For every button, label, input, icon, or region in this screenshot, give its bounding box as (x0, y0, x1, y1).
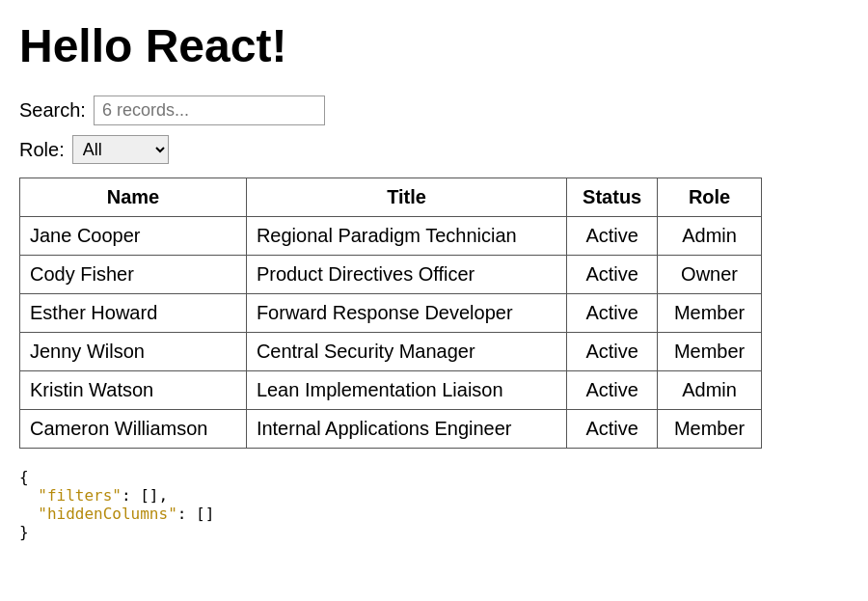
table-cell-status: Active (567, 333, 658, 371)
table-cell-status: Active (567, 294, 658, 333)
search-input[interactable] (94, 96, 325, 125)
users-table: NameTitleStatusRole Jane CooperRegional … (19, 178, 762, 449)
table-row: Cameron WilliamsonInternal Applications … (20, 410, 762, 449)
table-cell-name: Kristin Watson (20, 371, 247, 410)
table-cell-role: Admin (658, 371, 762, 410)
table-cell-role: Member (658, 410, 762, 449)
role-select[interactable]: AllAdminOwnerMember (72, 135, 169, 164)
table-cell-status: Active (567, 217, 658, 256)
table-cell-title: Central Security Manager (246, 333, 566, 371)
table-cell-name: Esther Howard (20, 294, 247, 333)
table-row: Esther HowardForward Response DeveloperA… (20, 294, 762, 333)
table-cell-role: Member (658, 333, 762, 371)
table-cell-role: Owner (658, 256, 762, 294)
table-cell-name: Cameron Williamson (20, 410, 247, 449)
table-cell-status: Active (567, 410, 658, 449)
table-header-status: Status (567, 178, 658, 217)
table-cell-title: Internal Applications Engineer (246, 410, 566, 449)
table-cell-status: Active (567, 371, 658, 410)
table-cell-title: Forward Response Developer (246, 294, 566, 333)
page-title: Hello React! (19, 19, 849, 72)
table-cell-role: Admin (658, 217, 762, 256)
table-cell-name: Cody Fisher (20, 256, 247, 294)
table-cell-status: Active (567, 256, 658, 294)
table-cell-title: Product Directives Officer (246, 256, 566, 294)
role-label: Role: (19, 139, 65, 161)
table-row: Cody FisherProduct Directives OfficerAct… (20, 256, 762, 294)
table-row: Jane CooperRegional Paradigm TechnicianA… (20, 217, 762, 256)
json-display: { "filters": [], "hiddenColumns": [] } (19, 468, 849, 541)
table-cell-role: Member (658, 294, 762, 333)
table-header-role: Role (658, 178, 762, 217)
table-cell-name: Jane Cooper (20, 217, 247, 256)
table-cell-title: Lean Implementation Liaison (246, 371, 566, 410)
table-header-name: Name (20, 178, 247, 217)
table-cell-title: Regional Paradigm Technician (246, 217, 566, 256)
table-row: Kristin WatsonLean Implementation Liaiso… (20, 371, 762, 410)
table-cell-name: Jenny Wilson (20, 333, 247, 371)
table-header-title: Title (246, 178, 566, 217)
table-row: Jenny WilsonCentral Security ManagerActi… (20, 333, 762, 371)
search-label: Search: (19, 99, 86, 122)
